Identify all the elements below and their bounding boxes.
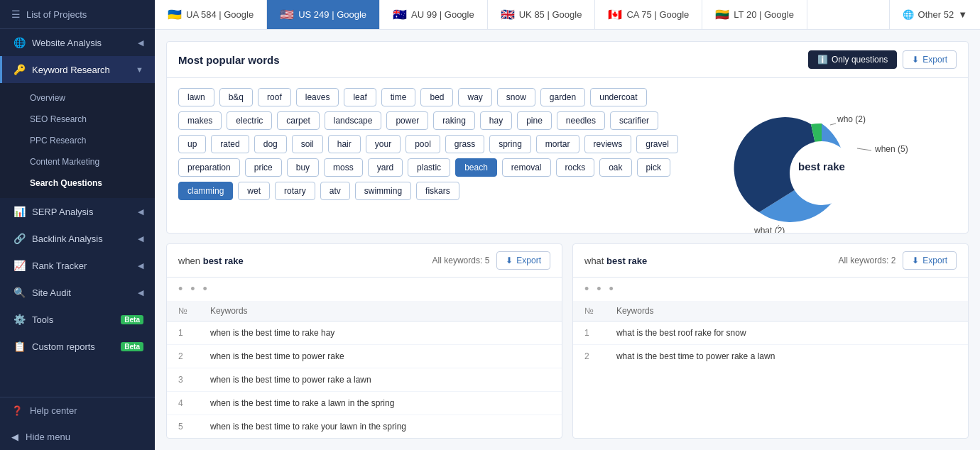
word-tag-electric[interactable]: electric (227, 111, 272, 130)
word-tag-rated[interactable]: rated (211, 135, 249, 153)
word-tag-oak[interactable]: oak (599, 158, 631, 177)
word-tag-pick[interactable]: pick (637, 158, 670, 177)
word-tag-mortar[interactable]: mortar (536, 135, 579, 153)
sidebar-sub-search-questions[interactable]: Search Questions (0, 172, 155, 194)
popular-export-button[interactable]: ⬇ Export (903, 50, 957, 69)
word-tag-hair[interactable]: hair (328, 135, 361, 153)
sidebar-item-keyword-research[interactable]: 🔑 Keyword Research ▼ (0, 56, 155, 83)
word-tag-makes[interactable]: makes (178, 111, 222, 130)
word-cloud: lawnb&qroofleavesleaftimebedwaysnowgarde… (178, 88, 687, 234)
audit-label: Site Audit (32, 287, 71, 298)
word-tag-up[interactable]: up (178, 135, 206, 153)
help-center-button[interactable]: ❓ Help center (0, 397, 155, 424)
what-export-label: Export (922, 256, 947, 265)
word-tag-clamming[interactable]: clamming (178, 182, 233, 200)
sidebar-sub-seo-research[interactable]: SEO Research (0, 109, 155, 130)
sidebar-item-custom-reports[interactable]: 📋 Custom reports Beta (0, 333, 155, 360)
sidebar-item-rank-tracker[interactable]: 📈 Rank Tracker ◀ (0, 252, 155, 279)
hide-menu-button[interactable]: ◀ Hide menu (0, 424, 155, 450)
when-export-button[interactable]: ⬇ Export (496, 251, 550, 270)
country-tab-ca[interactable]: 🇨🇦 CA 75 | Google (595, 0, 702, 29)
word-tag-rocks[interactable]: rocks (556, 158, 595, 177)
uk-label: UK 85 | Google (519, 9, 582, 20)
when-export-label: Export (516, 256, 541, 265)
country-tab-lt[interactable]: 🇱🇹 LT 20 | Google (702, 0, 807, 29)
rank-label: Rank Tracker (32, 260, 87, 271)
word-tag-b&q[interactable]: b&q (219, 88, 253, 106)
word-tag-leaves[interactable]: leaves (296, 88, 339, 106)
word-tag-garden[interactable]: garden (540, 88, 585, 106)
word-tag-raking[interactable]: raking (433, 111, 475, 130)
question-tables-section: when best rake All keywords: 5 ⬇ Export … (166, 243, 969, 439)
word-tag-gravel[interactable]: gravel (636, 135, 678, 153)
sidebar: ☰ List of Projects 🌐 Website Analysis ◀ … (0, 0, 155, 450)
word-tag-way[interactable]: way (458, 88, 491, 106)
word-tag-roof[interactable]: roof (258, 88, 291, 106)
word-tag-price[interactable]: price (245, 158, 282, 177)
word-tag-snow[interactable]: snow (497, 88, 535, 106)
sidebar-sub-ppc-research[interactable]: PPC Research (0, 130, 155, 151)
country-tab-us[interactable]: 🇺🇸 US 249 | Google (267, 0, 380, 29)
sidebar-sub-overview[interactable]: Overview (0, 87, 155, 109)
word-tag-landscape[interactable]: landscape (325, 111, 382, 130)
when-all-keywords-label: All keywords: 5 (432, 256, 490, 265)
row-keyword: what is the best time to power rake a la… (605, 345, 968, 368)
word-tag-atv[interactable]: atv (320, 182, 350, 200)
table-row: 1when is the best time to rake hay (167, 322, 562, 345)
word-tag-dog[interactable]: dog (254, 135, 287, 153)
word-tag-reviews[interactable]: reviews (584, 135, 632, 153)
word-tag-undercoat[interactable]: undercoat (590, 88, 646, 106)
au-label: AU 99 | Google (411, 9, 474, 20)
au-flag: 🇦🇺 (393, 8, 407, 21)
word-tag-soil[interactable]: soil (292, 135, 323, 153)
word-tag-buy[interactable]: buy (287, 158, 319, 177)
word-tag-scarifier[interactable]: scarifier (610, 111, 658, 130)
table-row: 1what is the best roof rake for snow (573, 322, 968, 345)
list-icon: ☰ (11, 9, 21, 20)
sidebar-sub-content-marketing[interactable]: Content Marketing (0, 151, 155, 172)
word-tag-grass[interactable]: grass (445, 135, 484, 153)
word-tag-removal[interactable]: removal (502, 158, 551, 177)
word-tag-spring[interactable]: spring (489, 135, 531, 153)
word-tag-needles[interactable]: needles (557, 111, 605, 130)
word-tag-fiskars[interactable]: fiskars (416, 182, 459, 200)
word-tag-moss[interactable]: moss (324, 158, 363, 177)
word-tag-pool[interactable]: pool (405, 135, 440, 153)
word-tag-hay[interactable]: hay (480, 111, 512, 130)
row-num: 1 (167, 322, 199, 345)
rank-icon: 📈 (13, 260, 25, 271)
word-tag-rotary[interactable]: rotary (275, 182, 315, 200)
word-tag-preparation[interactable]: preparation (178, 158, 240, 177)
word-tag-wet[interactable]: wet (238, 182, 270, 200)
sidebar-item-serp-analysis[interactable]: 📊 SERP Analysis ◀ (0, 198, 155, 225)
chevron-icon: ◀ (138, 38, 143, 48)
word-tag-pine[interactable]: pine (517, 111, 552, 130)
word-tag-leaf[interactable]: leaf (344, 88, 376, 106)
only-questions-button[interactable]: ℹ️ Only questions (808, 50, 897, 69)
donut-line-when (857, 148, 871, 150)
word-tag-beach[interactable]: beach (455, 158, 497, 177)
word-tag-power[interactable]: power (386, 111, 428, 130)
word-tag-bed[interactable]: bed (420, 88, 453, 106)
ca-label: CA 75 | Google (626, 9, 689, 20)
what-table: what best rake All keywords: 2 ⬇ Export … (572, 243, 969, 439)
word-tag-carpet[interactable]: carpet (277, 111, 319, 130)
sidebar-item-site-audit[interactable]: 🔍 Site Audit ◀ (0, 279, 155, 306)
country-tab-uk[interactable]: 🇬🇧 UK 85 | Google (488, 0, 596, 29)
word-tag-swimming[interactable]: swimming (355, 182, 411, 200)
country-tab-ua[interactable]: 🇺🇦 UA 584 | Google (155, 0, 267, 29)
word-tag-lawn[interactable]: lawn (178, 88, 214, 106)
table-row: 2when is the best time to power rake (167, 345, 562, 368)
what-export-button[interactable]: ⬇ Export (903, 251, 957, 270)
reports-beta-badge: Beta (121, 342, 143, 351)
list-of-projects-button[interactable]: ☰ List of Projects (0, 0, 155, 29)
other-countries-button[interactable]: 🌐 Other 52 ▼ (889, 0, 980, 29)
word-tag-yard[interactable]: yard (368, 158, 403, 177)
word-tag-your[interactable]: your (366, 135, 401, 153)
country-tab-au[interactable]: 🇦🇺 AU 99 | Google (380, 0, 488, 29)
sidebar-item-backlink-analysis[interactable]: 🔗 Backlink Analysis ◀ (0, 225, 155, 252)
sidebar-item-tools[interactable]: ⚙️ Tools Beta (0, 306, 155, 333)
word-tag-plastic[interactable]: plastic (408, 158, 450, 177)
sidebar-item-website-analysis[interactable]: 🌐 Website Analysis ◀ (0, 29, 155, 56)
word-tag-time[interactable]: time (381, 88, 416, 106)
